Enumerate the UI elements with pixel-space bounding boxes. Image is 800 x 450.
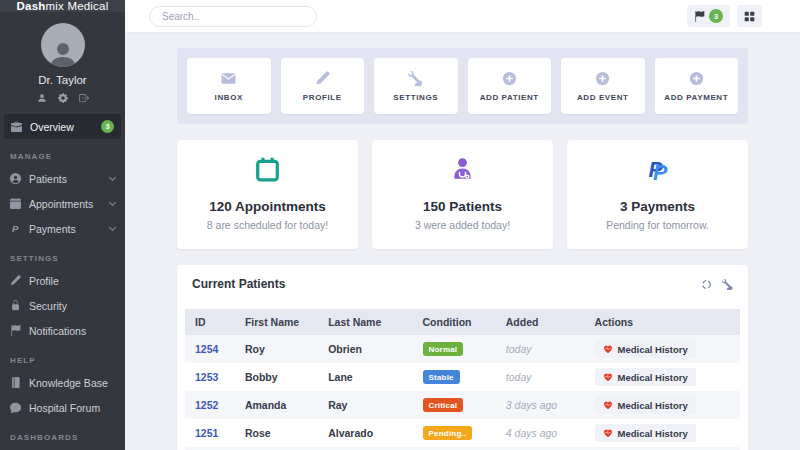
sidebar-item-label: Overview <box>30 121 74 133</box>
sign-out-icon[interactable] <box>79 93 89 103</box>
flag-icon <box>694 11 705 22</box>
avatar[interactable] <box>41 23 85 67</box>
table-row: 1252 Amanda Ray Critical 3 days ago <box>185 391 740 419</box>
stat-card-patients: 150 Patients 3 were added today! <box>372 140 553 249</box>
medical-history-button[interactable]: Medical History <box>595 396 696 414</box>
patient-last-name: Obrien <box>318 335 412 363</box>
col-condition: Condition <box>413 309 496 335</box>
condition-badge: Critical <box>423 398 464 412</box>
patient-first-name: Rose <box>235 419 318 447</box>
brand-bold: Dash <box>17 0 46 12</box>
gear-icon[interactable] <box>58 93 68 103</box>
svg-text:P: P <box>653 161 668 183</box>
sidebar-item-security[interactable]: Security <box>0 293 125 318</box>
current-patients-block: Current Patients ID <box>177 265 748 450</box>
sidebar-item-appointments[interactable]: Appointments <box>0 191 125 216</box>
medical-history-button[interactable]: Medical History <box>595 340 696 358</box>
sidebar-item-label: Notifications <box>29 325 86 337</box>
briefcase-icon <box>11 121 22 132</box>
quick-action-label: SETTINGS <box>393 93 438 102</box>
sidebar-item-label: Payments <box>29 223 76 235</box>
patient-id-link[interactable]: 1254 <box>195 343 218 355</box>
chevron-down-icon <box>109 174 116 181</box>
action-label: Medical History <box>618 372 688 383</box>
stat-cards: 120 Appointments 8 are scheduled for tod… <box>177 140 748 249</box>
col-added: Added <box>496 309 585 335</box>
medical-history-button[interactable]: Medical History <box>595 424 696 442</box>
patient-id-link[interactable]: 1251 <box>195 427 218 439</box>
sidebar-item-hospital-forum[interactable]: Hospital Forum <box>0 395 125 420</box>
plus-circle-icon <box>689 71 704 86</box>
main-area: 3 INBOX <box>125 0 800 450</box>
heart-icon <box>603 400 613 410</box>
condition-badge: Pending.. <box>423 426 473 440</box>
sidebar-item-notifications[interactable]: Notifications <box>0 318 125 343</box>
action-label: Medical History <box>618 400 688 411</box>
paypal-icon: P P <box>644 156 671 183</box>
app-root: Dashmix Medical Dr. Taylor <box>0 0 800 450</box>
doctor-icon <box>449 156 476 183</box>
add-event-button[interactable]: ADD EVENT <box>561 58 645 114</box>
sidebar-item-label: Profile <box>29 275 59 287</box>
heart-icon <box>603 344 613 354</box>
stat-title: 3 Payments <box>575 199 740 214</box>
added-date: today <box>496 335 585 363</box>
wrench-icon[interactable] <box>722 279 733 290</box>
topbar: 3 <box>125 0 800 32</box>
settings-button[interactable]: SETTINGS <box>374 58 458 114</box>
patient-last-name: Lane <box>318 363 412 391</box>
condition-badge: Stable <box>423 370 460 384</box>
add-patient-button[interactable]: ADD PATIENT <box>468 58 552 114</box>
patient-id-link[interactable]: 1253 <box>195 371 218 383</box>
table-row: 1251 Rose Alvarado Pending.. 4 days ago <box>185 419 740 447</box>
sidebar-item-overview[interactable]: Overview 3 <box>4 114 121 139</box>
apps-grid-button[interactable] <box>737 5 762 27</box>
block-tools <box>701 279 733 290</box>
quick-action-label: INBOX <box>215 93 243 102</box>
heart-icon <box>603 372 613 382</box>
quick-action-label: ADD PAYMENT <box>664 93 728 102</box>
action-label: Medical History <box>618 428 688 439</box>
grid-icon <box>744 11 755 22</box>
profile-button[interactable]: PROFILE <box>281 58 365 114</box>
chevron-down-icon <box>109 224 116 231</box>
stat-card-appointments: 120 Appointments 8 are scheduled for tod… <box>177 140 358 249</box>
add-payment-button[interactable]: ADD PAYMENT <box>655 58 739 114</box>
action-label: Medical History <box>618 344 688 355</box>
sidebar-item-label: Hospital Forum <box>29 402 100 414</box>
search-input[interactable] <box>149 6 317 27</box>
person-icon[interactable] <box>37 93 47 103</box>
sidebar-item-profile[interactable]: Profile <box>0 268 125 293</box>
quick-action-label: PROFILE <box>303 93 342 102</box>
patient-first-name: Amanda <box>235 391 318 419</box>
stat-title: 120 Appointments <box>185 199 350 214</box>
sidebar-item-patients[interactable]: Patients <box>0 166 125 191</box>
inbox-button[interactable]: INBOX <box>187 58 271 114</box>
section-title-settings: SETTINGS <box>0 241 125 268</box>
col-actions: Actions <box>585 309 740 335</box>
notifications-button[interactable]: 3 <box>687 5 730 27</box>
medical-history-button[interactable]: Medical History <box>595 368 696 386</box>
patient-id-link[interactable]: 1252 <box>195 399 218 411</box>
paypal-icon: P <box>10 223 21 234</box>
page-content: INBOX PROFILE SETTINGS <box>125 32 800 450</box>
patient-last-name: Alvarado <box>318 419 412 447</box>
topbar-actions: 3 <box>687 5 762 27</box>
condition-badge: Normal <box>423 342 464 356</box>
envelope-icon <box>221 71 236 86</box>
patients-table-wrap: ID First Name Last Name Condition Added … <box>177 303 748 450</box>
refresh-icon[interactable] <box>701 279 712 290</box>
section-title-dashboards: DASHBOARDS <box>0 420 125 447</box>
overview-badge: 3 <box>101 120 114 133</box>
sidebar-item-knowledge-base[interactable]: Knowledge Base <box>0 370 125 395</box>
book-icon <box>10 377 21 388</box>
calendar-icon <box>10 198 21 209</box>
col-id: ID <box>185 309 235 335</box>
quick-action-label: ADD EVENT <box>577 93 629 102</box>
stat-title: 150 Patients <box>380 199 545 214</box>
brand-logo[interactable]: Dashmix Medical <box>0 0 125 12</box>
person-circle-icon <box>10 173 21 184</box>
sidebar-item-payments[interactable]: P Payments <box>0 216 125 241</box>
brand-rest: mix Medical <box>46 0 109 12</box>
stat-card-payments: P P 3 Payments Pending for tomorrow. <box>567 140 748 249</box>
